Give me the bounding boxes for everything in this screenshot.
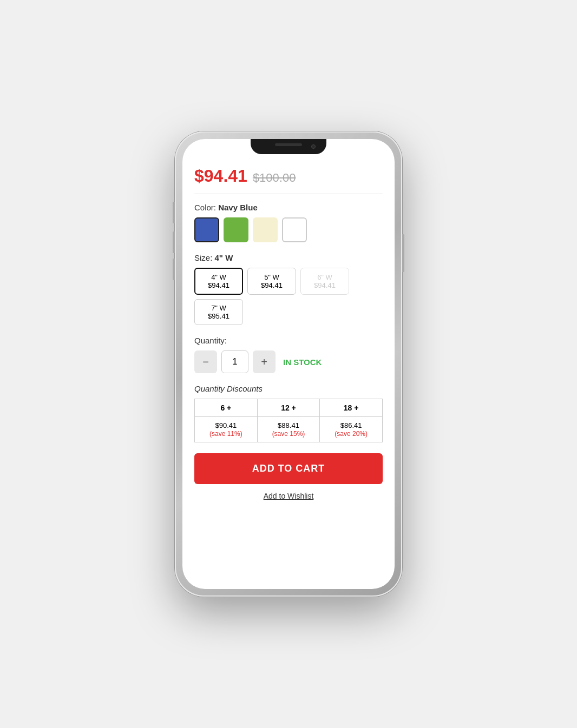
discount-price-12: $88.41(save 15%): [257, 417, 320, 442]
size-btn-4w[interactable]: 4" W $94.41: [194, 268, 243, 295]
quantity-plus-button[interactable]: +: [253, 350, 276, 373]
discount-row: $90.41(save 11%) $88.41(save 15%) $86.41…: [195, 417, 383, 442]
notch-speaker: [275, 143, 302, 146]
size-selected: 4" W: [215, 253, 233, 262]
color-swatches: [194, 217, 383, 242]
color-selected: Navy Blue: [218, 203, 258, 212]
discount-price-6: $90.41(save 11%): [195, 417, 258, 442]
phone-screen: $94.41 $100.00 Color: Navy Blue Size: 4"…: [182, 139, 395, 589]
size-btn-7w[interactable]: 7" W $95.41: [194, 299, 243, 325]
swatch-cream[interactable]: [253, 217, 278, 242]
size-label: Size: 4" W: [194, 253, 383, 262]
add-to-cart-button[interactable]: ADD TO CART: [194, 453, 383, 484]
phone-mockup: $94.41 $100.00 Color: Navy Blue Size: 4"…: [175, 131, 402, 597]
notch-camera: [311, 144, 316, 149]
quantity-row: − 1 + IN STOCK: [194, 350, 383, 373]
add-to-wishlist-button[interactable]: Add to Wishlist: [194, 492, 383, 500]
size-btn-6w[interactable]: 6" W $94.41: [300, 268, 349, 295]
swatch-white[interactable]: [282, 217, 307, 242]
quantity-value: 1: [221, 350, 248, 373]
color-label: Color: Navy Blue: [194, 203, 383, 212]
original-price: $100.00: [253, 171, 296, 185]
discount-save-12: (save 15%): [272, 430, 305, 438]
swatch-green[interactable]: [224, 217, 248, 242]
swatch-navy-blue[interactable]: [194, 217, 219, 242]
notch: [251, 139, 326, 154]
price-divider: [194, 194, 383, 194]
discount-save-6: (save 11%): [209, 430, 242, 438]
size-options: 4" W $94.41 5" W $94.41 6" W $94.41 7" W…: [194, 268, 383, 325]
screen-content: $94.41 $100.00 Color: Navy Blue Size: 4"…: [182, 139, 395, 589]
phone-frame: $94.41 $100.00 Color: Navy Blue Size: 4"…: [175, 131, 402, 597]
quantity-minus-button[interactable]: −: [194, 350, 217, 373]
size-btn-5w[interactable]: 5" W $94.41: [247, 268, 296, 295]
discount-header-18: 18 +: [320, 399, 383, 417]
discount-save-18: (save 20%): [335, 430, 368, 438]
price-section: $94.41 $100.00: [194, 166, 383, 186]
current-price: $94.41: [194, 166, 247, 186]
quantity-label: Quantity:: [194, 336, 383, 345]
stock-status: IN STOCK: [283, 358, 322, 367]
discounts-label: Quantity Discounts: [194, 384, 383, 393]
discounts-table: 6 + 12 + 18 + $90.41(save 11%) $88.41(sa…: [194, 399, 383, 442]
discount-header-12: 12 +: [257, 399, 320, 417]
discount-price-18: $86.41(save 20%): [320, 417, 383, 442]
discount-header-6: 6 +: [195, 399, 258, 417]
